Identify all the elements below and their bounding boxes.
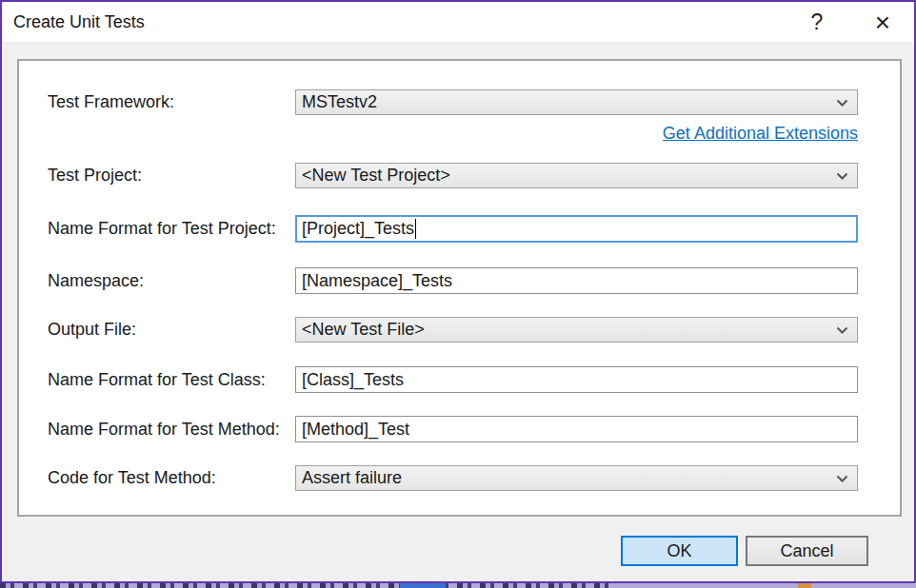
test-class-name-format-label: Name Format for Test Class: <box>48 366 266 393</box>
background-window-sliver <box>0 583 916 588</box>
test-class-name-format-value: [Class]_Tests <box>302 370 404 390</box>
test-method-name-format-label: Name Format for Test Method: <box>48 416 280 442</box>
test-method-code-combobox[interactable]: Assert failure <box>295 465 858 491</box>
output-file-label: Output File: <box>48 317 136 343</box>
chevron-down-icon <box>836 474 848 482</box>
close-button[interactable]: × <box>861 7 905 38</box>
namespace-label: Namespace: <box>48 267 144 294</box>
chevron-down-icon <box>836 98 848 107</box>
test-method-name-format-input[interactable]: [Method]_Test <box>295 416 858 442</box>
cancel-button[interactable]: Cancel <box>746 536 868 566</box>
dialog-title: Create Unit Tests <box>13 2 145 42</box>
test-framework-combobox[interactable]: MSTestv2 <box>295 89 858 115</box>
titlebar: Create Unit Tests ? × <box>2 2 914 42</box>
test-method-code-label: Code for Test Method: <box>48 465 216 491</box>
test-method-code-value: Assert failure <box>302 468 402 488</box>
test-project-name-format-input[interactable]: [Project]_Tests <box>295 215 858 243</box>
test-project-name-format-value: [Project]_Tests <box>302 219 414 239</box>
namespace-value: [Namespace]_Tests <box>302 271 452 291</box>
test-project-value: <New Test Project> <box>302 166 450 186</box>
chevron-down-icon <box>836 171 848 180</box>
output-file-combobox[interactable]: <New Test File> <box>295 317 858 343</box>
test-project-combobox[interactable]: <New Test Project> <box>295 163 858 188</box>
create-unit-tests-dialog: Create Unit Tests ? × Test Framework: MS… <box>0 0 916 583</box>
test-framework-label: Test Framework: <box>48 89 174 115</box>
ok-button[interactable]: OK <box>621 536 738 566</box>
namespace-input[interactable]: [Namespace]_Tests <box>295 267 858 294</box>
chevron-down-icon <box>836 325 848 334</box>
test-class-name-format-input[interactable]: [Class]_Tests <box>295 366 858 393</box>
test-method-name-format-value: [Method]_Test <box>302 420 409 440</box>
test-project-name-format-label: Name Format for Test Project: <box>48 215 276 243</box>
close-icon: × <box>875 10 890 36</box>
get-additional-extensions-link[interactable]: Get Additional Extensions <box>295 124 858 147</box>
test-framework-value: MSTestv2 <box>302 92 377 112</box>
output-file-value: <New Test File> <box>302 320 425 340</box>
test-project-label: Test Project: <box>48 163 142 188</box>
text-caret <box>415 219 416 239</box>
help-icon: ? <box>811 10 824 35</box>
help-button[interactable]: ? <box>798 7 836 38</box>
